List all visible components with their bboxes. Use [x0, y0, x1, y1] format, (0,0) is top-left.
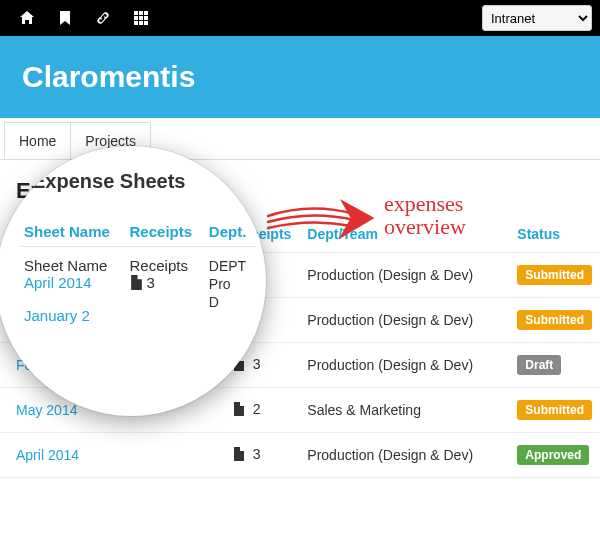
apps-icon[interactable]: [122, 0, 160, 36]
mag-row-link2: January 2: [24, 307, 122, 324]
dept-cell: Production (Design & Dev): [299, 343, 509, 388]
status-badge: Draft: [517, 355, 561, 375]
dept-cell: Sales & Marketing: [299, 388, 509, 433]
file-icon: [233, 402, 245, 419]
dept-cell: Production (Design & Dev): [299, 433, 509, 478]
table-row: April 2014 3Production (Design & Dev)App…: [0, 433, 600, 478]
mag-receipts-label: Receipts: [130, 257, 201, 274]
mag-dept-cell: DEPTProD: [205, 247, 256, 335]
sheet-link[interactable]: May 2014: [16, 402, 77, 418]
mag-col-sheet: Sheet Name: [20, 217, 126, 247]
mag-row-label: Sheet Name: [24, 257, 122, 274]
annotation: expenses overview: [260, 190, 466, 250]
file-icon: [130, 275, 143, 293]
dept-cell: Production (Design & Dev): [299, 253, 509, 298]
receipts-cell: 3: [225, 433, 299, 478]
link-icon[interactable]: [84, 0, 122, 36]
sheet-link[interactable]: April 2014: [16, 447, 79, 463]
arrow-icon: [260, 190, 380, 250]
status-badge: Submitted: [517, 310, 592, 330]
mag-row-link: April 2014: [24, 274, 122, 291]
top-navbar: Intranet: [0, 0, 600, 36]
tab-home[interactable]: Home: [4, 122, 71, 159]
home-icon[interactable]: [8, 0, 46, 36]
receipts-cell: 2: [225, 388, 299, 433]
mag-col-receipts: Receipts: [126, 217, 205, 247]
col-status[interactable]: Status: [509, 216, 600, 253]
file-icon: [233, 447, 245, 464]
status-badge: Submitted: [517, 400, 592, 420]
dept-cell: Production (Design & Dev): [299, 298, 509, 343]
brand-title: Claromentis: [22, 60, 578, 94]
nav-icon-group: [8, 0, 160, 36]
status-badge: Approved: [517, 445, 589, 465]
annotation-text: expenses overview: [384, 192, 466, 238]
mag-col-dept: Dept.: [205, 217, 256, 247]
mag-receipts-value: 3: [130, 274, 201, 293]
context-select[interactable]: Intranet: [482, 5, 592, 31]
bookmark-icon[interactable]: [46, 0, 84, 36]
brand-banner: Claromentis: [0, 36, 600, 118]
magnifier-overlay: Expense Sheets Sheet Name Receipts Dept.…: [0, 146, 266, 416]
status-badge: Submitted: [517, 265, 592, 285]
